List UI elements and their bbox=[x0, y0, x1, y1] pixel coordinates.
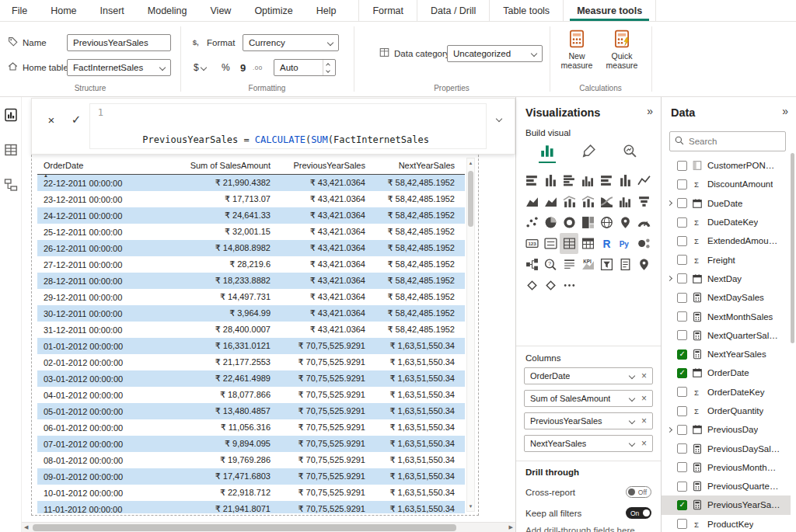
field-row[interactable]: Σ DueDateKey bbox=[662, 213, 791, 231]
field-row[interactable]: PreviousDay bbox=[662, 420, 791, 439]
scroll-left-icon[interactable]: ◀ bbox=[24, 524, 28, 530]
visual-type-icon[interactable] bbox=[634, 254, 653, 275]
visual-type-icon[interactable]: R bbox=[597, 233, 616, 254]
menu-item[interactable]: Home bbox=[39, 0, 88, 21]
search-input[interactable] bbox=[689, 137, 780, 146]
field-checkbox[interactable] bbox=[677, 236, 687, 246]
field-checkbox[interactable] bbox=[677, 255, 687, 265]
visual-type-icon[interactable]: ? bbox=[541, 254, 560, 275]
visual-type-icon[interactable] bbox=[616, 212, 634, 233]
field-well[interactable]: PreviousYearSales × bbox=[524, 412, 653, 429]
menu-item[interactable]: Optimize bbox=[243, 0, 304, 21]
visual-type-icon[interactable] bbox=[597, 191, 616, 212]
field-checkbox[interactable] bbox=[677, 217, 687, 228]
table-row[interactable]: 01-01-2012 00:00:00 ₹ 16,331.0121 ₹ 70,7… bbox=[37, 338, 465, 354]
table-row[interactable]: 11-01-2012 00:00:00 ₹ 21,941.8071 ₹ 70,7… bbox=[37, 501, 465, 513]
visual-type-icon[interactable]: KPI bbox=[578, 254, 597, 275]
visual-type-icon[interactable] bbox=[578, 212, 597, 233]
expand-chevron-icon[interactable] bbox=[665, 239, 673, 243]
field-row[interactable]: Σ Freight bbox=[662, 250, 791, 269]
visual-type-icon[interactable] bbox=[634, 233, 653, 254]
table-view-icon[interactable] bbox=[4, 143, 18, 157]
scrollbar-thumb[interactable] bbox=[33, 524, 456, 531]
scroll-up-icon[interactable]: ▲ bbox=[467, 161, 474, 165]
field-checkbox[interactable] bbox=[677, 311, 687, 322]
field-well[interactable]: NextYearSales × bbox=[524, 435, 653, 452]
expand-chevron-icon[interactable] bbox=[665, 409, 673, 413]
field-checkbox[interactable] bbox=[677, 482, 687, 492]
expand-chevron-icon[interactable] bbox=[665, 258, 673, 262]
table-row[interactable]: 31-12-2011 00:00:00 ₹ 28,400.0007 ₹ 43,4… bbox=[37, 322, 465, 338]
expand-chevron-icon[interactable] bbox=[665, 221, 673, 224]
quick-measure-button[interactable]: Quick measure bbox=[600, 29, 644, 70]
field-checkbox[interactable] bbox=[677, 368, 687, 378]
table-row[interactable]: 22-12-2011 00:00:00 ₹ 21,990.4382 ₹ 43,4… bbox=[37, 175, 465, 191]
expand-chevron-icon[interactable] bbox=[665, 503, 673, 507]
column-header-orderdate[interactable]: OrderDate ▲ bbox=[37, 161, 154, 170]
column-header-nextyearsales[interactable]: NextYearSales bbox=[373, 161, 463, 170]
field-checkbox[interactable] bbox=[677, 443, 687, 454]
visual-type-icon[interactable] bbox=[578, 170, 597, 191]
expand-chevron-icon[interactable] bbox=[665, 485, 673, 489]
visual-type-icon[interactable] bbox=[522, 191, 541, 212]
field-checkbox[interactable] bbox=[677, 425, 687, 435]
visual-type-icon[interactable]: 123 bbox=[522, 233, 541, 254]
visual-type-icon[interactable] bbox=[522, 254, 541, 275]
field-checkbox[interactable] bbox=[677, 500, 687, 510]
format-visual-tab[interactable] bbox=[578, 141, 599, 161]
visual-type-icon[interactable] bbox=[560, 191, 578, 212]
field-row[interactable]: PreviousQuarte… bbox=[662, 477, 791, 495]
expand-chevron-icon[interactable] bbox=[665, 276, 673, 280]
visual-type-icon[interactable] bbox=[634, 170, 653, 191]
expand-chevron-icon[interactable] bbox=[665, 428, 673, 432]
field-row[interactable]: PreviousYearSa… bbox=[662, 495, 791, 514]
field-row[interactable]: CustomerPON… bbox=[662, 156, 791, 175]
remove-field-icon[interactable]: × bbox=[641, 371, 647, 381]
field-row[interactable]: NextYearSales bbox=[662, 345, 791, 363]
table-row[interactable]: 10-01-2012 00:00:00 ₹ 22,918.712 ₹ 70,75… bbox=[37, 485, 465, 501]
visual-type-icon[interactable] bbox=[560, 233, 578, 254]
table-row[interactable]: 27-12-2011 00:00:00 ₹ 28,219.6 ₹ 43,421.… bbox=[37, 256, 465, 273]
field-checkbox[interactable] bbox=[677, 198, 687, 208]
dax-editor[interactable]: 1 PreviousYearSales = CALCULATE(SUM(Fact… bbox=[89, 103, 487, 149]
field-row[interactable]: Σ OrderDateKey bbox=[662, 383, 791, 402]
menu-item[interactable]: View bbox=[199, 0, 243, 21]
ribbon-tab[interactable]: Measure tools bbox=[563, 0, 656, 21]
field-row[interactable]: PreviousMonth… bbox=[662, 458, 791, 477]
expand-chevron-icon[interactable] bbox=[665, 333, 673, 337]
field-checkbox[interactable] bbox=[677, 387, 687, 397]
table-row[interactable]: 03-01-2012 00:00:00 ₹ 22,461.4989 ₹ 70,7… bbox=[37, 370, 465, 387]
model-view-icon[interactable] bbox=[4, 178, 18, 192]
visual-type-icon[interactable] bbox=[560, 170, 578, 191]
field-options-chevron-icon[interactable] bbox=[629, 395, 635, 402]
expand-chevron-icon[interactable] bbox=[665, 522, 673, 526]
data-pane-scrollbar[interactable] bbox=[791, 153, 794, 343]
search-box[interactable] bbox=[669, 131, 786, 151]
visual-type-icon[interactable] bbox=[578, 233, 597, 254]
data-category-dropdown[interactable]: Uncategorized bbox=[447, 45, 543, 62]
expand-chevron-icon[interactable] bbox=[665, 353, 673, 356]
table-row[interactable]: 26-12-2011 00:00:00 ₹ 14,808.8982 ₹ 43,4… bbox=[37, 240, 465, 256]
commit-formula-button[interactable]: ✓ bbox=[68, 111, 85, 128]
scroll-down-icon[interactable]: ▼ bbox=[467, 504, 474, 509]
visual-type-icon[interactable] bbox=[522, 212, 541, 233]
field-checkbox[interactable] bbox=[677, 179, 687, 190]
field-options-chevron-icon[interactable] bbox=[629, 440, 635, 447]
column-header-sum-of-salesamount[interactable]: Sum of SalesAmount bbox=[154, 161, 278, 170]
table-row[interactable]: 06-01-2012 00:00:00 ₹ 11,056.316 ₹ 70,75… bbox=[37, 419, 465, 436]
field-checkbox[interactable] bbox=[677, 462, 687, 472]
expand-chevron-icon[interactable] bbox=[665, 315, 673, 318]
visual-type-icon[interactable] bbox=[541, 191, 560, 212]
table-vertical-scrollbar[interactable]: ▲ ▼ bbox=[466, 158, 475, 512]
menu-item[interactable]: Insert bbox=[89, 0, 136, 21]
table-row[interactable]: 29-12-2011 00:00:00 ₹ 14,497.731 ₹ 43,42… bbox=[37, 289, 465, 305]
stepper-arrows[interactable] bbox=[323, 60, 330, 75]
table-row[interactable]: 24-12-2011 00:00:00 ₹ 24,641.33 ₹ 43,421… bbox=[37, 207, 465, 224]
table-row[interactable]: 07-01-2012 00:00:00 ₹ 9,894.095 ₹ 70,75,… bbox=[37, 436, 465, 452]
scrollbar-thumb[interactable] bbox=[468, 171, 473, 227]
field-row[interactable]: Σ ExtendedAmou… bbox=[662, 231, 791, 250]
decimal-places-stepper[interactable]: Auto bbox=[274, 59, 336, 76]
keep-all-filters-toggle[interactable]: On bbox=[626, 507, 651, 519]
visual-type-icon[interactable] bbox=[616, 254, 634, 275]
cross-report-toggle[interactable]: Off bbox=[626, 486, 651, 498]
